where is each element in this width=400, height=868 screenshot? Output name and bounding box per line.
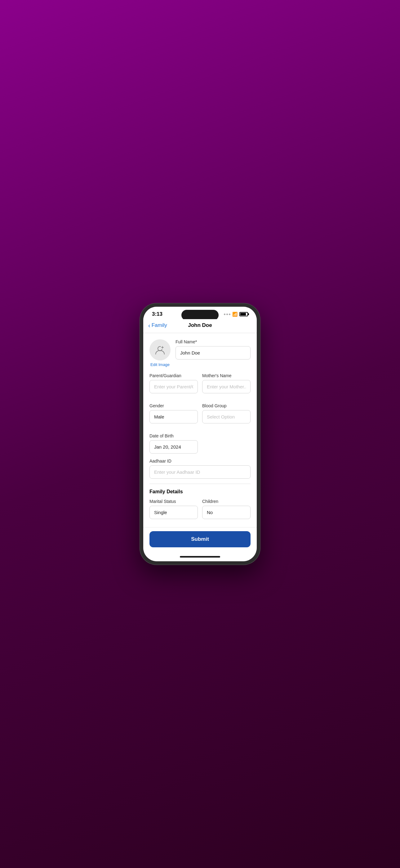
aadhaar-label: Aadhaar ID [149,459,251,464]
home-bar [180,556,220,558]
aadhaar-input[interactable] [149,465,251,479]
mothers-name-label: Mother's Name [202,373,251,378]
wifi-icon: 📶 [232,312,237,317]
blood-group-input[interactable] [202,410,251,424]
blood-group-label: Blood Group [202,403,251,408]
back-label[interactable]: Family [152,322,167,329]
marital-status-input[interactable] [149,506,198,519]
divider-family [149,484,251,484]
parent-guardian-input[interactable] [149,380,198,393]
parent-mother-row: Parent/Guardian Mother's Name [149,373,251,398]
status-icons: 📶 [224,312,248,317]
full-name-input[interactable] [175,346,251,360]
phone-frame: 3:13 📶 ‹ Family John Doe [139,303,261,565]
full-name-section: Full Name* [175,339,251,360]
aadhaar-group: Aadhaar ID [149,459,251,479]
mothers-name-group: Mother's Name [202,373,251,393]
children-label: Children [202,499,251,504]
edit-image-label[interactable]: Edit Image [151,362,170,367]
nav-title: John Doe [188,322,212,329]
battery-icon [239,312,248,316]
avatar [149,339,171,361]
home-indicator [143,554,257,561]
signal-dots [224,314,230,315]
battery-fill [240,313,246,315]
avatar-icon [155,344,166,355]
marital-children-row: Marital Status Children [149,499,251,524]
dot3 [229,314,230,315]
marital-status-label: Marital Status [149,499,198,504]
notch [181,310,219,320]
dot1 [224,314,226,315]
status-bar: 3:13 📶 [143,307,257,319]
chevron-left-icon: ‹ [148,322,151,329]
phone-screen: 3:13 📶 ‹ Family John Doe [143,307,257,561]
back-button[interactable]: ‹ Family [148,322,167,329]
gender-label: Gender [149,403,198,408]
profile-section: Edit Image Full Name* [149,339,251,367]
mothers-name-input[interactable] [202,380,251,393]
children-input[interactable] [202,506,251,519]
parent-guardian-group: Parent/Guardian [149,373,198,393]
submit-button[interactable]: Submit [149,531,251,547]
dob-input[interactable] [149,440,198,454]
scroll-content: Edit Image Full Name* Parent/Guardian Mo… [143,333,257,527]
dob-label: Date of Birth [149,433,251,438]
dot2 [226,314,228,315]
family-details-heading: Family Details [149,489,251,495]
avatar-container: Edit Image [149,339,171,367]
dob-group: Date of Birth [149,433,251,454]
submit-bar: Submit [143,527,257,554]
status-time: 3:13 [152,311,163,317]
gender-input[interactable] [149,410,198,424]
marital-status-group: Marital Status [149,499,198,519]
nav-bar: ‹ Family John Doe [143,319,257,333]
blood-group-group: Blood Group [202,403,251,424]
gender-group: Gender [149,403,198,424]
parent-guardian-label: Parent/Guardian [149,373,198,378]
full-name-label: Full Name* [175,339,251,344]
gender-blood-row: Gender Blood Group [149,403,251,428]
children-group: Children [202,499,251,519]
